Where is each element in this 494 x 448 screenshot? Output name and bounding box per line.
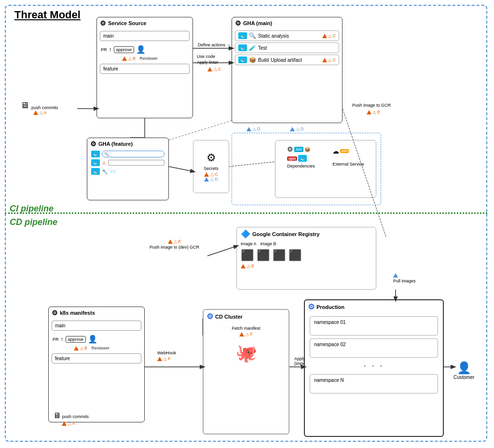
k8s-threat-b: △ B Reviewer [49, 346, 144, 350]
docker-icon-test: 🐋 [238, 44, 247, 51]
gha-feature-title: ⚙ GHA (feature) [87, 138, 168, 150]
k8s-title: ⚙ k8s manifests [49, 307, 144, 319]
dependencies-col: ⚙ GO 📦 npm 🐋 Dependencies [287, 145, 315, 168]
namespace-02-box: namespace 02 [310, 338, 438, 358]
feature-tool-row: 🐋 🔧 📨 [87, 167, 168, 176]
gcr-images-row: ⬛ ⬛ ⬛ ⬛ [237, 247, 376, 264]
cd-pipeline-label: CD pipeline [10, 217, 57, 227]
external-service-col: ☁ AWS External Service [332, 147, 364, 167]
threat-d-top-left: △ D [247, 126, 261, 131]
threat-b-service: △ B Reviewer [97, 56, 192, 61]
ellipsis-dots: · · · [305, 361, 443, 371]
container-img-4: ⬛ [288, 249, 302, 262]
pipeline-separator [5, 212, 487, 214]
search-icon-static: 🔍 [249, 32, 256, 39]
linter-icon: ⚠ [102, 160, 106, 166]
approve-button[interactable]: approve [114, 46, 135, 53]
pr-label: PR [101, 47, 107, 52]
define-actions-label: Define actions → [198, 42, 231, 47]
gha-main-title: ⚙ GHA (main) [232, 17, 342, 29]
customer-person-icon: 👤 [453, 361, 474, 375]
namespace-n-box: namespace N [310, 374, 438, 393]
docker-icon-build: 🐋 [238, 56, 247, 63]
static-analysis-box: 🐋 🔍 Static analysis △ C [235, 30, 339, 41]
k8s-feature-branch: feature [52, 353, 141, 364]
aws-badge: AWS [340, 149, 349, 153]
push-commits-k8s: 🖥 push commits △ A [53, 411, 89, 426]
reviewer-person-icon: 👤 [136, 45, 146, 54]
gha-main-box: ⚙ GHA (main) 🐋 🔍 Static analysis △ C 🐋 🧪… [232, 17, 343, 123]
push-dev-gcr-label: △ E Push image to (dev) GCR [150, 239, 199, 250]
email-icon: 📨 [110, 169, 115, 174]
up-arrow-icon: ↑ [109, 46, 112, 53]
deps-inner-box: ⚙ GO 📦 npm 🐋 Dependencies ☁ AWS External… [275, 140, 376, 198]
build-upload-box: 🐋 📦 Build Upload artifact △ C [235, 55, 339, 65]
main-branch-box: main [100, 31, 190, 41]
diagram-container: Threat Model CI pipeline CD pipeline ⚙ S… [0, 0, 494, 448]
artifact-icon: 📦 [249, 56, 256, 63]
github-secrets-icon: ⚙ [206, 152, 216, 164]
docker-dep-icon: 🐋 [298, 155, 307, 162]
threat-e-gcr-cd: △ E [237, 264, 376, 268]
flask-icon: 🧪 [249, 44, 256, 51]
monitor-icon-k8s: 🖥 [53, 411, 61, 420]
github-icon-feature: ⚙ [90, 140, 96, 148]
docker-icon-search: 🐋 [91, 151, 100, 157]
k8s-manifests-box: ⚙ k8s manifests main PR ↑ approve 👤 △ B … [48, 307, 145, 422]
test-box: 🐋 🧪 Test [235, 42, 339, 53]
tool-icon: 🔧 [102, 169, 108, 174]
npm-badge: npm [287, 156, 297, 161]
threat-d-top-right: △ D [290, 126, 304, 131]
cd-cluster-title: ⚙ CD Cluster [204, 310, 288, 323]
secrets-box: ⚙ Secrets △ C △ D [193, 140, 229, 193]
k8s-icon-prod: ⚙ [308, 302, 315, 311]
apply-linter-label: Apply linter [197, 60, 219, 65]
gcr-box: 🔷 Google Container Registry image A imag… [236, 227, 376, 290]
docker-icon-static: 🐋 [238, 32, 247, 39]
use-code-label: Use code [197, 54, 215, 59]
gcr-icon: 🔷 [241, 229, 250, 238]
gcloud-icon: ☁ [332, 147, 339, 155]
feature-linter-row: 🐋 ⚠ [87, 158, 168, 167]
gcr-title-bar: 🔷 Google Container Registry [237, 227, 376, 240]
secrets-label: Secrets [204, 166, 219, 171]
pull-images-label: Pull images [393, 273, 416, 283]
threat-e-gcr: △ E [367, 110, 380, 114]
k8s-main-branch: main [52, 321, 141, 331]
k8s-icon-cd: ⚙ [206, 312, 213, 321]
push-commits-service: push commits △ A [31, 105, 58, 115]
customer-label: Customer [453, 375, 474, 380]
docker-icon-linter: 🐋 [91, 159, 100, 166]
monitor-icon-service: 🖥 [20, 100, 29, 111]
container-img-2: ⬛ [257, 249, 270, 262]
production-title: ⚙ Production [305, 300, 443, 313]
container-img-1: ⬛ [241, 249, 254, 262]
github-icon-service: ⚙ [100, 19, 106, 27]
production-box: ⚙ Production namespace 01 namespace 02 ·… [304, 299, 444, 437]
feature-search-row: 🐋 🔍 [87, 150, 168, 158]
k8s-pr-section: PR ↑ approve 👤 [49, 333, 144, 346]
npm-dep-icon: 📦 [304, 147, 310, 152]
feature-branch-box: feature [100, 64, 190, 74]
gha-feature-box: ⚙ GHA (feature) 🐋 🔍 🐋 ⚠ 🐋 🔧 📨 [87, 138, 169, 200]
fetch-manifest-label: Fetch manifest △ F [204, 323, 288, 339]
service-source-title: ⚙ Service Source [97, 17, 192, 29]
github-icon-k8s: ⚙ [52, 309, 58, 317]
docker-icon-tool: 🐋 [91, 168, 100, 175]
namespace-01-box: namespace 01 [310, 316, 438, 336]
go-badge: GO [294, 147, 303, 152]
github-icon-main: ⚙ [235, 19, 241, 27]
customer-section: 👤 Customer [453, 361, 474, 380]
push-image-gcr-label: Push image to GCR [352, 103, 391, 108]
search-icon-feature: 🔍 [104, 152, 109, 156]
pr-section: PR ↑ approve 👤 [97, 43, 192, 56]
argo-icon: 🐙 [204, 339, 288, 367]
k8s-approve-button[interactable]: approve [66, 336, 86, 343]
threat-model-title: Threat Model [14, 9, 81, 21]
k8s-reviewer-icon: 👤 [88, 335, 97, 344]
webhook-label: WebHook △ F [157, 350, 176, 361]
cd-cluster-box: ⚙ CD Cluster Fetch manifest △ F 🐙 [203, 309, 289, 434]
container-img-3: ⬛ [273, 249, 286, 262]
service-source-box: ⚙ Service Source main PR ↑ approve 👤 △ B… [96, 17, 193, 118]
threat-c-arrow: △ C [207, 67, 221, 71]
